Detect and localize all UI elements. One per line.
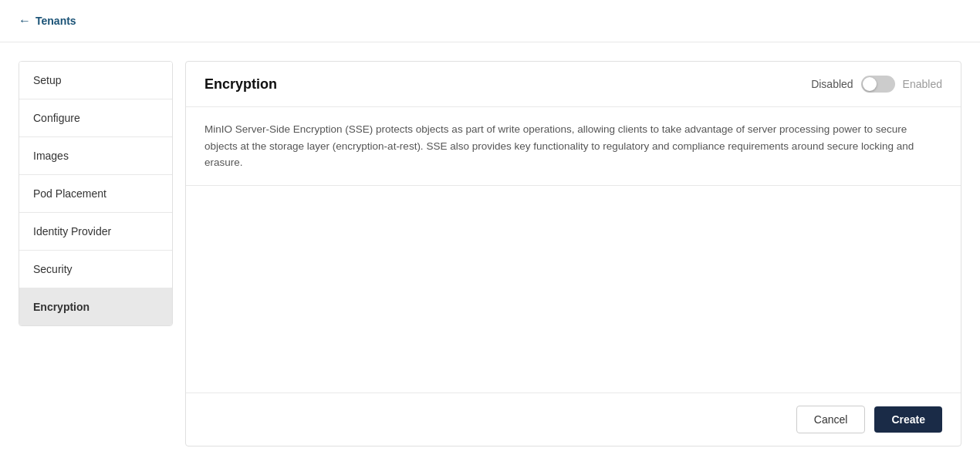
sidebar-item-identity-provider[interactable]: Identity Provider (19, 213, 172, 251)
toggle-switch[interactable] (861, 76, 895, 93)
top-bar: ← Tenants (0, 0, 980, 42)
content-body (186, 186, 961, 393)
toggle-thumb (863, 77, 877, 91)
content-panel: Encryption Disabled Enabled MinIO Server… (185, 61, 961, 446)
sidebar-item-configure[interactable]: Configure (19, 99, 172, 137)
content-header: Encryption Disabled Enabled (186, 62, 961, 107)
content-title: Encryption (204, 76, 277, 93)
sidebar-item-setup[interactable]: Setup (19, 62, 172, 99)
cancel-button[interactable]: Cancel (796, 406, 866, 433)
create-button[interactable]: Create (874, 406, 942, 433)
toggle-disabled-label: Disabled (811, 78, 853, 90)
toggle-track (861, 76, 895, 93)
back-label: Tenants (35, 15, 76, 27)
sidebar-item-security[interactable]: Security (19, 251, 172, 288)
sidebar-item-encryption[interactable]: Encryption (19, 288, 172, 325)
toggle-container: Disabled Enabled (811, 76, 942, 93)
toggle-enabled-label: Enabled (903, 78, 942, 90)
sidebar: SetupConfigureImagesPod PlacementIdentit… (19, 61, 173, 326)
back-arrow-icon: ← (19, 14, 31, 28)
description-text: MinIO Server-Side Encryption (SSE) prote… (204, 121, 942, 171)
content-footer: Cancel Create (186, 393, 961, 446)
sidebar-item-pod-placement[interactable]: Pod Placement (19, 175, 172, 213)
sidebar-item-images[interactable]: Images (19, 137, 172, 175)
back-link[interactable]: ← Tenants (19, 14, 76, 28)
description-area: MinIO Server-Side Encryption (SSE) prote… (186, 107, 961, 186)
main-content: SetupConfigureImagesPod PlacementIdentit… (0, 42, 980, 465)
